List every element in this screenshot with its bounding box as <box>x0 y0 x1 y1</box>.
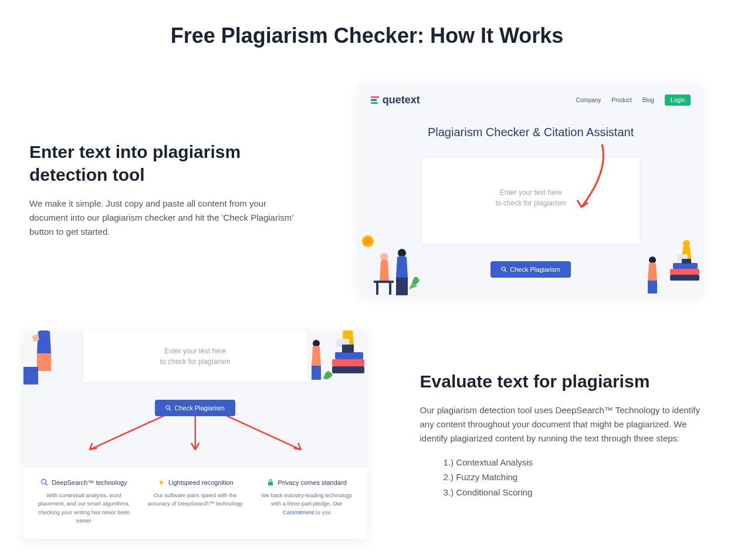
section-title: Evaluate text for plagiarism <box>420 370 711 393</box>
svg-rect-8 <box>396 278 408 295</box>
logo-icon <box>371 96 379 104</box>
preview-nav: quetext Company Product Blog Login <box>371 94 691 106</box>
list-item: 1.) Contextual Analysis <box>444 455 711 470</box>
feature-title: DeepSearch™ technology <box>52 479 127 486</box>
search-icon <box>501 266 507 272</box>
section-enter-text: Enter text into plagiarism detection too… <box>23 83 711 295</box>
svg-rect-27 <box>332 366 364 373</box>
feature-deepsearch: DeepSearch™ technology With contextual a… <box>31 478 137 525</box>
text-input-box: Enter your text here to check for plagia… <box>83 330 307 382</box>
nav-blog: Blog <box>642 97 654 103</box>
people-illustration-left-icon <box>23 330 73 386</box>
preview-hero-title: Plagiarism Checker & Citation Assistant <box>371 124 691 140</box>
feature-desc: We back industry-leading technology with… <box>257 491 357 517</box>
svg-rect-4 <box>374 281 394 283</box>
svg-rect-11 <box>670 275 699 281</box>
check-plagiarism-button: Check Plagiarism <box>155 400 235 416</box>
input-placeholder: Enter your text here to check for plagia… <box>434 187 628 208</box>
svg-rect-6 <box>389 283 391 295</box>
svg-rect-32 <box>312 366 321 380</box>
svg-rect-9 <box>670 269 699 275</box>
list-item: 3.) Conditional Scoring <box>444 485 711 500</box>
section-title: Enter text into plagiarism detection too… <box>29 140 306 186</box>
login-button: Login <box>665 95 691 106</box>
search-icon <box>165 405 171 411</box>
svg-line-18 <box>170 409 171 411</box>
svg-point-0 <box>502 267 505 271</box>
svg-rect-14 <box>682 259 691 264</box>
list-item: 2.) Fuzzy Matching <box>444 470 711 485</box>
features-bar: DeepSearch™ technology With contextual a… <box>23 468 367 539</box>
input-placeholder: Enter your text here to check for plagia… <box>95 346 296 367</box>
app-preview-card: quetext Company Product Blog Login Plagi… <box>359 83 703 295</box>
preview-2-top: Enter your text here to check for plagia… <box>23 330 367 468</box>
svg-rect-25 <box>332 359 364 366</box>
section-body: Our plagiarism detection tool uses DeepS… <box>420 403 711 446</box>
section-text-column: Enter text into plagiarism detection too… <box>23 140 312 239</box>
text-input-box: Enter your text here to check for plagia… <box>422 158 640 244</box>
nav-company: Company <box>576 97 601 103</box>
svg-rect-16 <box>648 281 657 294</box>
svg-line-34 <box>46 484 48 486</box>
nav-product: Product <box>611 97 631 103</box>
app-preview-card-2: Enter your text here to check for plagia… <box>23 330 367 539</box>
three-arrows-icon <box>35 421 356 456</box>
svg-rect-30 <box>342 345 354 353</box>
page-title: Free Plagiarism Checker: How It Works <box>23 23 711 48</box>
feature-desc: Our software pairs speed with the accura… <box>146 491 245 508</box>
svg-rect-23 <box>37 353 51 371</box>
svg-point-17 <box>166 406 170 409</box>
svg-rect-10 <box>673 263 698 269</box>
section-body: We make it simple. Just copy and paste a… <box>29 197 306 239</box>
feature-privacy: Privacy comes standard We back industry-… <box>253 478 360 525</box>
people-illustration-left-icon <box>359 231 421 295</box>
lightning-icon <box>157 478 165 487</box>
check-plagiarism-button: Check Plagiarism <box>491 261 571 278</box>
logo: quetext <box>371 94 420 106</box>
steps-list: 1.) Contextual Analysis 2.) Fuzzy Matchi… <box>420 455 711 500</box>
svg-rect-24 <box>23 367 38 384</box>
section-text-column: Evaluate text for plagiarism Our plagiar… <box>414 370 716 500</box>
svg-rect-35 <box>268 482 273 485</box>
magnify-icon <box>40 478 49 487</box>
nav-links: Company Product Blog Login <box>576 95 691 106</box>
svg-rect-26 <box>335 352 363 359</box>
feature-title: Lightspeed recognition <box>168 479 234 486</box>
svg-rect-5 <box>376 283 378 295</box>
lock-icon <box>266 478 275 487</box>
people-illustration-right-icon <box>641 231 702 295</box>
section-evaluate: Enter your text here to check for plagia… <box>23 330 711 539</box>
feature-title: Privacy comes standard <box>278 479 346 486</box>
section-image-column: Enter your text here to check for plagia… <box>23 330 367 539</box>
svg-point-33 <box>42 480 46 484</box>
logo-text: quetext <box>383 94 420 106</box>
svg-line-1 <box>505 271 507 272</box>
feature-desc: With contextual analysis, word placement… <box>34 491 134 525</box>
section-image-column: quetext Company Product Blog Login Plagi… <box>359 83 703 295</box>
people-illustration-right-icon <box>306 330 367 386</box>
feature-lightspeed: Lightspeed recognition Our software pair… <box>142 478 249 525</box>
